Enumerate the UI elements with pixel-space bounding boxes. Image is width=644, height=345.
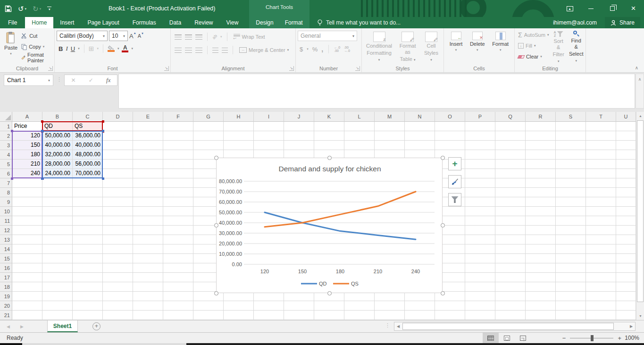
cell-H3[interactable] [224,141,254,150]
autosum-button[interactable]: Σ AutoSum▾ [517,30,550,40]
tab-home[interactable]: Home [25,17,53,28]
cell-B1[interactable]: QD [42,122,73,131]
increase-indent-button[interactable] [222,48,228,53]
cell-S16[interactable] [556,263,586,273]
cell-D20[interactable] [103,301,133,311]
merge-center-button[interactable]: ↔ Merge & Center▾ [238,45,290,55]
column-header-N[interactable]: N [405,112,435,122]
row-header-6[interactable]: 6 [0,169,12,178]
chart-resize-handle[interactable] [441,156,445,160]
cell-C8[interactable] [73,188,103,197]
cell-P2[interactable] [465,131,495,141]
cell-R5[interactable] [526,160,556,169]
cell-D6[interactable] [103,169,133,178]
cell-P16[interactable] [465,263,495,273]
cell-K2[interactable] [314,131,344,141]
cell-R18[interactable] [526,282,556,292]
cell-P4[interactable] [465,150,495,160]
cell-P19[interactable] [465,292,495,301]
cell-U9[interactable] [616,197,636,207]
cell-P10[interactable] [465,207,495,216]
formula-bar-collapse-button[interactable]: ∧ [636,74,644,109]
cell-I3[interactable] [254,141,284,150]
cell-F1[interactable] [163,122,193,131]
cell-E16[interactable] [133,263,163,273]
cell-A16[interactable] [12,263,42,273]
row-header-4[interactable]: 4 [0,150,12,160]
cell-D2[interactable] [103,131,133,141]
cell-O20[interactable] [435,301,465,311]
chart-elements-button[interactable]: + [448,157,461,170]
cell-C21[interactable] [73,311,103,320]
vertical-scrollbar[interactable]: ▲ ▼ [636,112,644,320]
cell-D7[interactable] [103,178,133,188]
cell-R19[interactable] [526,292,556,301]
cell-J3[interactable] [284,141,314,150]
percent-format-button[interactable]: % [312,46,318,53]
cell-U7[interactable] [616,178,636,188]
cell-D17[interactable] [103,273,133,282]
cell-A2[interactable]: 120 [12,131,42,141]
cell-P1[interactable] [465,122,495,131]
cell-D18[interactable] [103,282,133,292]
row-header-13[interactable]: 13 [0,235,12,244]
cell-H20[interactable] [224,301,254,311]
cell-N3[interactable] [405,141,435,150]
cell-A13[interactable] [12,235,42,244]
cell-S2[interactable] [556,131,586,141]
cell-O3[interactable] [435,141,465,150]
cell-Q8[interactable] [495,188,526,197]
cell-P12[interactable] [465,226,495,235]
close-button[interactable]: × [623,0,644,17]
cell-A1[interactable]: Price [12,122,42,131]
cell-T13[interactable] [586,235,616,244]
zoom-in-button[interactable]: + [618,335,621,342]
cell-I21[interactable] [254,311,284,320]
cell-F15[interactable] [163,254,193,263]
conditional-formatting-button[interactable]: ≠ Conditional Formatting ▾ [364,30,394,62]
cell-Q15[interactable] [495,254,526,263]
tab-file[interactable]: File [0,17,25,28]
cell-I1[interactable] [254,122,284,131]
cell-A17[interactable] [12,273,42,282]
cell-C9[interactable] [73,197,103,207]
row-header-5[interactable]: 5 [0,160,12,169]
cell-Q2[interactable] [495,131,526,141]
paste-button[interactable]: Paste▾ [2,30,20,56]
cell-D12[interactable] [103,226,133,235]
chart-styles-button[interactable] [448,175,461,188]
tab-review[interactable]: Review [188,17,219,28]
column-header-R[interactable]: R [526,112,556,122]
row-header-14[interactable]: 14 [0,244,12,254]
cell-B4[interactable]: 32,000.00 [42,150,73,160]
align-middle-button[interactable] [185,34,192,40]
vertical-scroll-thumb[interactable] [637,120,644,302]
cell-B7[interactable] [42,178,73,188]
column-header-B[interactable]: B [42,112,73,122]
cell-E2[interactable] [133,131,163,141]
cell-U20[interactable] [616,301,636,311]
normal-view-button[interactable] [483,333,499,343]
cell-T11[interactable] [586,216,616,226]
cell-U1[interactable] [616,122,636,131]
row-header-11[interactable]: 11 [0,216,12,226]
align-right-button[interactable] [195,48,202,53]
scroll-right-icon[interactable]: ▶ [627,324,635,328]
cell-B10[interactable] [42,207,73,216]
cell-D15[interactable] [103,254,133,263]
cell-D13[interactable] [103,235,133,244]
cell-M20[interactable] [375,301,405,311]
cell-C17[interactable] [73,273,103,282]
cell-A6[interactable]: 240 [12,169,42,178]
cell-D11[interactable] [103,216,133,226]
cell-A11[interactable] [12,216,42,226]
cell-T15[interactable] [586,254,616,263]
cell-Q6[interactable] [495,169,526,178]
currency-format-button[interactable]: $ [300,46,303,53]
cell-F12[interactable] [163,226,193,235]
font-name-combo[interactable]: Calibri (Body)▾ [57,31,108,41]
cell-Q3[interactable] [495,141,526,150]
chart-resize-handle[interactable] [214,291,218,295]
page-layout-view-button[interactable] [499,333,515,343]
cell-L21[interactable] [344,311,375,320]
